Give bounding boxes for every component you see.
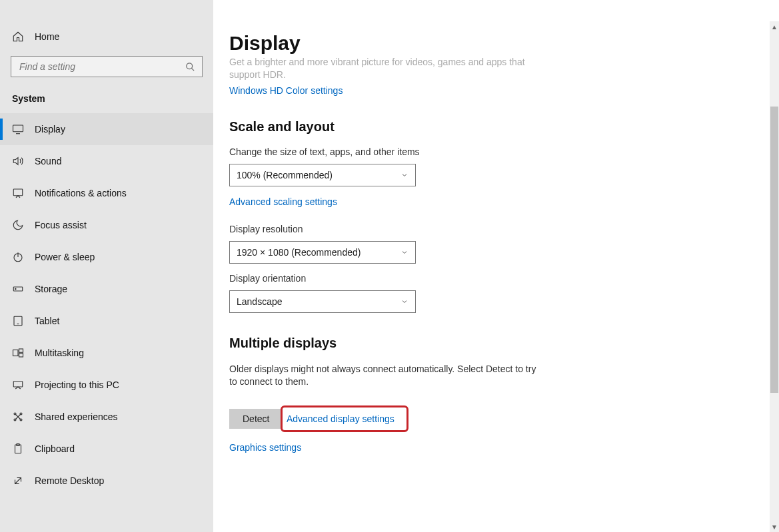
nav-label: Multitasking xyxy=(35,348,84,358)
content-area: Display Get a brighter and more vibrant … xyxy=(213,0,779,532)
nav-item-power[interactable]: Power & sleep xyxy=(0,241,213,273)
chevron-down-icon xyxy=(400,298,408,306)
advanced-display-link[interactable]: Advanced display settings xyxy=(287,413,394,424)
nav-item-remote-desktop[interactable]: Remote Desktop xyxy=(0,465,213,497)
svg-line-5 xyxy=(191,68,194,71)
nav-label: Sound xyxy=(35,156,61,166)
scale-label: Change the size of text, apps, and other… xyxy=(229,146,602,157)
category-label: System xyxy=(0,87,213,111)
svg-rect-16 xyxy=(19,349,23,352)
graphics-settings-link[interactable]: Graphics settings xyxy=(229,442,301,453)
svg-rect-6 xyxy=(13,125,23,132)
search-box[interactable] xyxy=(11,56,203,77)
nav-item-clipboard[interactable]: Clipboard xyxy=(0,433,213,465)
home-label: Home xyxy=(35,31,59,42)
section-multiple-displays: Multiple displays xyxy=(229,336,602,351)
search-input[interactable] xyxy=(18,61,185,73)
home-button[interactable]: Home xyxy=(0,21,213,52)
shared-icon xyxy=(12,411,24,423)
scrollbar[interactable]: ▲ ▼ xyxy=(770,21,779,532)
nav-item-projecting[interactable]: Projecting to this PC xyxy=(0,369,213,401)
nav-label: Remote Desktop xyxy=(35,475,104,486)
nav-item-notifications[interactable]: Notifications & actions xyxy=(0,177,213,209)
nav-label: Power & sleep xyxy=(35,252,95,262)
svg-point-4 xyxy=(187,63,193,69)
remote-desktop-icon xyxy=(12,475,24,487)
search-icon xyxy=(185,62,195,72)
svg-rect-18 xyxy=(13,382,23,387)
svg-line-27 xyxy=(15,478,21,484)
scroll-up-arrow[interactable]: ▲ xyxy=(770,21,779,32)
chevron-down-icon xyxy=(400,248,408,256)
highlight-annotation: Advanced display settings xyxy=(281,405,408,432)
focus-assist-icon xyxy=(12,219,24,231)
scroll-down-arrow[interactable]: ▼ xyxy=(770,521,779,532)
nav-label: Projecting to this PC xyxy=(35,380,119,390)
nav-item-tablet[interactable]: Tablet xyxy=(0,305,213,337)
power-icon xyxy=(12,251,24,263)
resolution-dropdown[interactable]: 1920 × 1080 (Recommended) xyxy=(229,241,416,264)
scrollbar-thumb[interactable] xyxy=(770,107,778,393)
resolution-label: Display resolution xyxy=(229,224,602,234)
clipboard-icon xyxy=(12,443,24,455)
svg-point-12 xyxy=(15,288,17,290)
orientation-dropdown[interactable]: Landscape xyxy=(229,290,416,313)
advanced-scaling-link[interactable]: Advanced scaling settings xyxy=(229,196,337,207)
nav-item-multitasking[interactable]: Multitasking xyxy=(0,337,213,369)
nav-item-shared[interactable]: Shared experiences xyxy=(0,401,213,433)
nav-label: Display xyxy=(35,124,65,134)
multiple-displays-desc: Older displays might not always connect … xyxy=(229,363,542,388)
hdr-description: Get a brighter and more vibrant picture … xyxy=(229,56,529,81)
nav-label: Tablet xyxy=(35,316,59,326)
sidebar: Home System Display Sound Notifications … xyxy=(0,0,213,532)
nav-label: Focus assist xyxy=(35,220,87,230)
notifications-icon xyxy=(12,187,24,199)
nav-item-storage[interactable]: Storage xyxy=(0,273,213,305)
display-icon xyxy=(12,123,24,135)
svg-rect-8 xyxy=(13,189,23,196)
multitasking-icon xyxy=(12,347,24,359)
orientation-label: Display orientation xyxy=(229,273,602,284)
home-icon xyxy=(12,31,24,43)
nav-item-display[interactable]: Display xyxy=(0,113,213,145)
nav-label: Notifications & actions xyxy=(35,188,127,198)
nav-item-focus-assist[interactable]: Focus assist xyxy=(0,209,213,241)
scale-value: 100% (Recommended) xyxy=(237,170,333,180)
scale-dropdown[interactable]: 100% (Recommended) xyxy=(229,164,416,186)
sound-icon xyxy=(12,155,24,167)
nav-list: Display Sound Notifications & actions Fo… xyxy=(0,113,213,497)
nav-item-sound[interactable]: Sound xyxy=(0,145,213,177)
hd-color-link[interactable]: Windows HD Color settings xyxy=(229,85,343,96)
page-title: Display xyxy=(229,32,602,55)
detect-button[interactable]: Detect xyxy=(229,409,283,429)
nav-label: Shared experiences xyxy=(35,411,118,422)
nav-label: Clipboard xyxy=(35,443,75,454)
projecting-icon xyxy=(12,379,24,391)
svg-rect-15 xyxy=(13,350,19,356)
chevron-down-icon xyxy=(400,171,408,179)
resolution-value: 1920 × 1080 (Recommended) xyxy=(237,247,361,258)
orientation-value: Landscape xyxy=(237,296,283,307)
section-scale-layout: Scale and layout xyxy=(229,119,602,134)
tablet-icon xyxy=(12,315,24,327)
storage-icon xyxy=(12,283,24,295)
nav-label: Storage xyxy=(35,284,67,294)
svg-rect-17 xyxy=(19,354,23,357)
